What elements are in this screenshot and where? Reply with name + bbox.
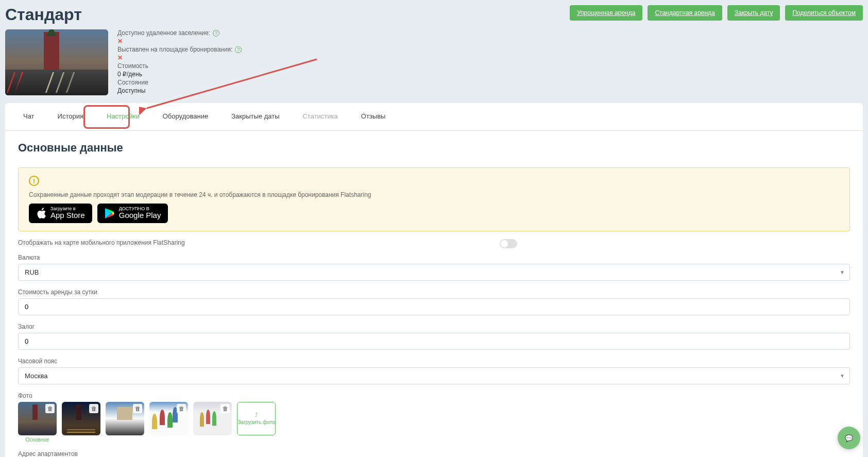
delete-photo-button[interactable]: 🗑 (177, 404, 186, 413)
tabs-bar: Чат История Настройки Оборудование Закры… (5, 103, 863, 131)
appstore-badge[interactable]: Загрузите в App Store (29, 204, 92, 223)
gplay-big-text: Google Play (119, 211, 161, 220)
tab-reviews[interactable]: Отзывы (351, 103, 396, 130)
currency-label: Валюта (18, 254, 850, 261)
x-icon: ✕ (117, 38, 123, 45)
trash-icon: 🗑 (135, 405, 141, 412)
header-actions: Упрощенная аренда Стандартная аренда Зак… (570, 5, 863, 21)
delete-photo-button[interactable]: 🗑 (89, 404, 98, 413)
trash-icon: 🗑 (223, 405, 228, 412)
chat-fab[interactable]: 💬 (838, 427, 860, 449)
googleplay-badge[interactable]: ДОСТУПНО В Google Play (97, 204, 168, 223)
chat-icon: 💬 (845, 434, 853, 442)
map-toggle-label: Отображать на карте мобильного приложени… (18, 239, 185, 246)
moderation-alert: ! Сохраненные данные проходят этап модер… (18, 167, 850, 231)
photo-thumbnail[interactable]: 🗑 (18, 402, 57, 435)
property-image (5, 29, 108, 95)
price-input[interactable] (18, 298, 850, 315)
close-date-button[interactable]: Закрыть дату (727, 5, 780, 21)
trash-icon: 🗑 (91, 405, 97, 412)
remote-checkin-label: Доступно удаленное заселение: (117, 29, 210, 37)
photo-main-caption: Основное (18, 437, 57, 443)
upload-label: Загрузить фото (237, 419, 275, 425)
tab-chat[interactable]: Чат (13, 103, 45, 130)
googleplay-icon (105, 208, 115, 219)
trash-icon: 🗑 (179, 405, 184, 412)
apple-icon (36, 207, 46, 219)
help-icon[interactable]: ? (235, 46, 242, 53)
x-icon: ✕ (117, 54, 123, 61)
photo-thumbnail[interactable]: 🗑 (106, 402, 144, 435)
simple-rent-button[interactable]: Упрощенная аренда (570, 5, 642, 21)
alert-text: Сохраненные данные проходят этап модерац… (29, 191, 839, 198)
deposit-input[interactable] (18, 333, 850, 350)
warning-icon: ! (29, 176, 39, 186)
delete-photo-button[interactable]: 🗑 (220, 404, 230, 413)
timezone-label: Часовой пояс (18, 358, 850, 365)
page-title: Стандарт (5, 5, 82, 24)
delete-photo-button[interactable]: 🗑 (45, 404, 55, 413)
standard-rent-button[interactable]: Стандартная аренда (648, 5, 722, 21)
photo-thumbnail[interactable]: 🗑 (193, 402, 232, 435)
upload-icon: ⤴ (255, 412, 258, 418)
timezone-select[interactable]: Москва (18, 367, 850, 384)
deposit-label: Залог (18, 323, 850, 330)
currency-select[interactable]: RUB (18, 264, 850, 281)
cost-value: 0 ₽/день (117, 71, 142, 78)
photo-thumbnail[interactable]: 🗑 (62, 402, 100, 435)
help-icon[interactable]: ? (213, 30, 219, 37)
annotation-arrow-icon (139, 54, 325, 116)
map-toggle[interactable] (500, 239, 517, 248)
address-label: Адрес апартаментов (18, 450, 850, 458)
svg-line-0 (147, 59, 317, 108)
section-title: Основные данные (5, 131, 863, 160)
tab-history[interactable]: История (47, 103, 94, 130)
photo-label: Фото (18, 392, 850, 399)
delete-photo-button[interactable]: 🗑 (133, 404, 142, 413)
photo-thumbnail[interactable]: 🗑 (149, 402, 188, 435)
price-label: Стоимость аренды за сутки (18, 289, 850, 296)
upload-photo-button[interactable]: ⤴ Загрузить фото (237, 402, 276, 435)
share-object-button[interactable]: Поделиться объектом (785, 5, 863, 21)
appstore-big-text: App Store (50, 211, 85, 220)
booking-platform-label: Выставлен на площадке бронирования: (117, 46, 232, 53)
trash-icon: 🗑 (47, 405, 53, 412)
